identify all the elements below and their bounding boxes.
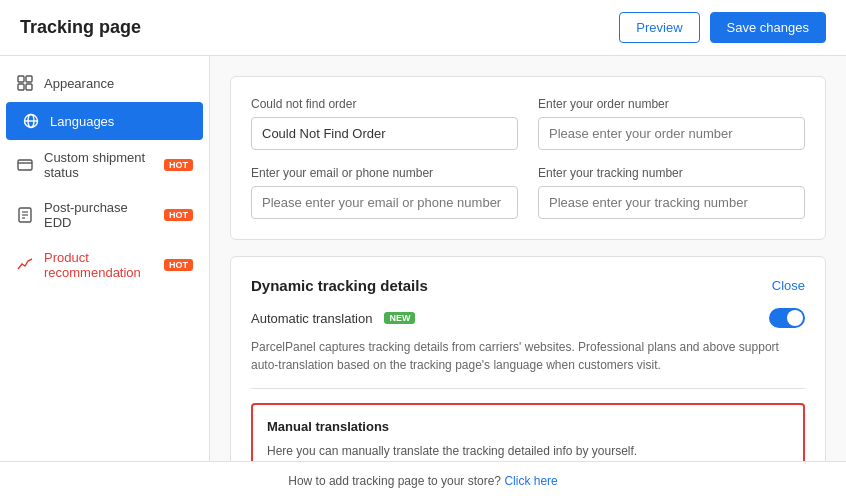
email-phone-input[interactable] (251, 186, 518, 219)
page-title: Tracking page (20, 17, 141, 38)
custom-shipment-label: Custom shipment status (44, 150, 150, 180)
svg-rect-7 (18, 160, 32, 170)
appearance-icon (16, 74, 34, 92)
email-phone-label: Enter your email or phone number (251, 166, 518, 180)
order-number-group: Enter your order number (538, 97, 805, 150)
tracking-number-group: Enter your tracking number (538, 166, 805, 219)
footer-bar: How to add tracking page to your store? … (0, 461, 846, 500)
auto-translation-toggle[interactable] (769, 308, 805, 328)
form-row-1: Could not find order Enter your order nu… (251, 97, 805, 150)
dynamic-section: Dynamic tracking details Close Automatic… (230, 256, 826, 461)
footer-link[interactable]: Click here (504, 474, 557, 488)
sidebar-item-post-purchase[interactable]: Post-purchase EDD HOT (0, 190, 209, 240)
svg-rect-3 (26, 84, 32, 90)
custom-shipment-icon (16, 156, 34, 174)
auto-translation-desc: ParcelPanel captures tracking details fr… (251, 338, 805, 389)
toggle-knob (787, 310, 803, 326)
post-purchase-badge: HOT (164, 209, 193, 221)
order-form-section: Could not find order Enter your order nu… (230, 76, 826, 240)
form-row-2: Enter your email or phone number Enter y… (251, 166, 805, 219)
could-not-find-label: Could not find order (251, 97, 518, 111)
manual-desc1: Here you can manually translate the trac… (267, 442, 789, 461)
auto-translation-row: Automatic translation NEW (251, 308, 805, 328)
order-number-input[interactable] (538, 117, 805, 150)
dynamic-header: Dynamic tracking details Close (251, 277, 805, 294)
auto-translation-label-group: Automatic translation NEW (251, 311, 415, 326)
tracking-number-label: Enter your tracking number (538, 166, 805, 180)
post-purchase-label: Post-purchase EDD (44, 200, 150, 230)
could-not-find-group: Could not find order (251, 97, 518, 150)
top-actions: Preview Save changes (619, 12, 826, 43)
order-number-label: Enter your order number (538, 97, 805, 111)
preview-button[interactable]: Preview (619, 12, 699, 43)
sidebar-item-product-recommendation[interactable]: Product recommendation HOT (0, 240, 209, 290)
email-phone-group: Enter your email or phone number (251, 166, 518, 219)
sidebar-item-appearance[interactable]: Appearance (0, 64, 209, 102)
product-recommendation-badge: HOT (164, 259, 193, 271)
custom-shipment-badge: HOT (164, 159, 193, 171)
tracking-number-input[interactable] (538, 186, 805, 219)
svg-rect-0 (18, 76, 24, 82)
dynamic-title: Dynamic tracking details (251, 277, 428, 294)
manual-box: Manual translations Here you can manuall… (251, 403, 805, 461)
footer-text: How to add tracking page to your store? (288, 474, 501, 488)
manual-title: Manual translations (267, 419, 789, 434)
auto-translation-label: Automatic translation (251, 311, 372, 326)
could-not-find-input[interactable] (251, 117, 518, 150)
save-button[interactable]: Save changes (710, 12, 826, 43)
sidebar-item-custom-shipment[interactable]: Custom shipment status HOT (0, 140, 209, 190)
close-link[interactable]: Close (772, 278, 805, 293)
appearance-label: Appearance (44, 76, 114, 91)
svg-rect-2 (18, 84, 24, 90)
content-area: Could not find order Enter your order nu… (210, 56, 846, 461)
sidebar: Appearance Languages Custom shipment sta… (0, 56, 210, 461)
sidebar-item-languages[interactable]: Languages (6, 102, 203, 140)
svg-rect-1 (26, 76, 32, 82)
languages-label: Languages (50, 114, 114, 129)
auto-badge: NEW (384, 312, 415, 324)
languages-icon (22, 112, 40, 130)
post-purchase-icon (16, 206, 34, 224)
product-recommendation-icon (16, 256, 34, 274)
product-recommendation-label: Product recommendation (44, 250, 150, 280)
